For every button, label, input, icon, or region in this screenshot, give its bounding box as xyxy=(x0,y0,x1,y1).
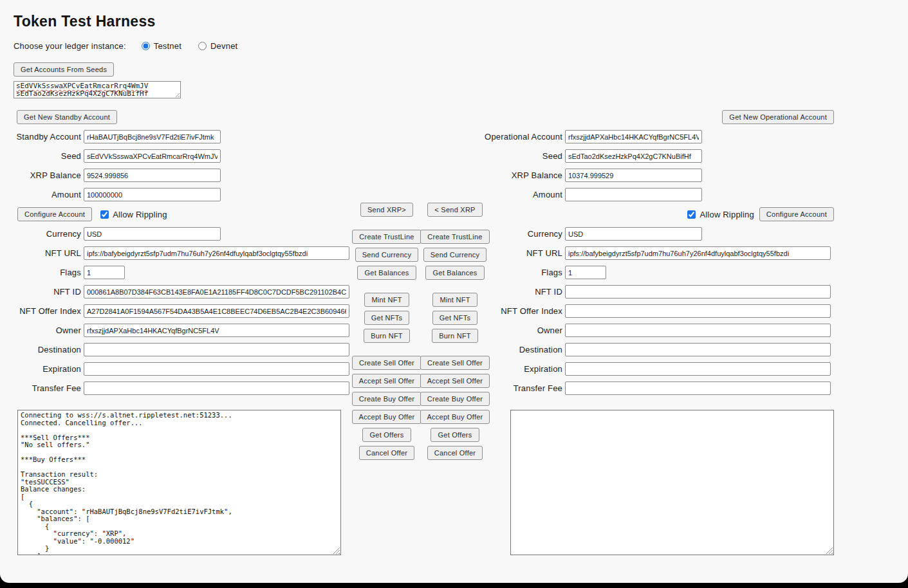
standby-allow-rippling-checkbox[interactable] xyxy=(100,210,109,219)
page-title: Token Test Harness xyxy=(14,13,156,30)
operational-results-area xyxy=(510,410,834,555)
operational-send-xrp-button[interactable]: < Send XRP xyxy=(427,203,482,217)
standby-transfer-fee-label: Transfer Fee xyxy=(14,383,84,393)
standby-transfer-fee-input[interactable] xyxy=(84,381,349,395)
standby-results-area: Connecting to wss://s.altnet.rippletest.… xyxy=(17,410,341,555)
standby-get-balances-button[interactable]: Get Balances xyxy=(357,266,416,280)
operational-transfer-fee-input[interactable] xyxy=(565,381,831,395)
ledger-devnet-option: Devnet xyxy=(198,41,237,51)
ledger-prompt-label: Choose your ledger instance: xyxy=(14,41,126,51)
standby-amount-input[interactable] xyxy=(84,188,221,201)
operational-burn-nft-button[interactable]: Burn NFT xyxy=(432,329,478,343)
standby-account-label: Standby Account xyxy=(14,132,84,142)
operational-expiration-input[interactable] xyxy=(565,362,831,376)
operational-currency-input[interactable] xyxy=(565,227,702,241)
standby-xrp-balance-label: XRP Balance xyxy=(14,170,84,180)
operational-xrp-balance-input[interactable] xyxy=(565,169,702,182)
standby-owner-input[interactable] xyxy=(84,324,349,337)
standby-seed-input[interactable] xyxy=(84,149,221,163)
standby-get-nfts-button[interactable]: Get NFTs xyxy=(364,311,409,325)
ledger-testnet-label[interactable]: Testnet xyxy=(154,41,181,51)
operational-send-currency-button[interactable]: Send Currency xyxy=(423,248,487,262)
standby-nft-url-input[interactable] xyxy=(84,246,349,260)
operational-destination-input[interactable] xyxy=(565,343,831,356)
operational-configure-account-button[interactable]: Configure Account xyxy=(759,207,834,221)
operational-allow-rippling-label[interactable]: Allow Rippling xyxy=(700,210,754,219)
standby-nft-offer-index-label: NFT Offer Index xyxy=(14,306,84,316)
operational-flags-input[interactable] xyxy=(565,266,606,279)
standby-nft-id-input[interactable] xyxy=(84,285,349,299)
standby-flags-label: Flags xyxy=(14,268,84,277)
operational-results-textarea[interactable] xyxy=(510,410,834,555)
operational-cancel-offer-button[interactable]: Cancel Offer xyxy=(427,446,483,460)
operational-create-buy-offer-button[interactable]: Create Buy Offer xyxy=(420,392,490,406)
standby-seed-label: Seed xyxy=(14,151,84,161)
operational-account-input[interactable] xyxy=(565,130,702,143)
standby-nft-id-label: NFT ID xyxy=(14,287,84,297)
seeds-textarea[interactable]: sEdVVkSsswaXPCvEatRmcarRrq4WmJV sEdTao2d… xyxy=(14,81,181,98)
seed-line: sEdTao2dKsezHzkPq4X2gC7KNuBifHf xyxy=(16,90,178,98)
standby-mint-nft-button[interactable]: Mint NFT xyxy=(364,293,409,307)
standby-accept-buy-offer-button[interactable]: Accept Buy Offer xyxy=(352,410,422,424)
operational-owner-input[interactable] xyxy=(565,324,831,337)
standby-results-textarea[interactable]: Connecting to wss://s.altnet.rippletest.… xyxy=(17,410,341,555)
operational-accept-buy-offer-button[interactable]: Accept Buy Offer xyxy=(420,410,490,424)
operational-nft-offer-index-input[interactable] xyxy=(565,304,831,318)
ledger-devnet-label[interactable]: Devnet xyxy=(210,41,237,51)
standby-expiration-input[interactable] xyxy=(84,362,349,376)
standby-account-input[interactable] xyxy=(84,130,221,143)
standby-actions-column: Send XRP> Create TrustLine Send Currency… xyxy=(355,203,419,464)
standby-currency-label: Currency xyxy=(14,229,84,239)
operational-mint-nft-button[interactable]: Mint NFT xyxy=(432,293,477,307)
standby-owner-label: Owner xyxy=(14,326,84,335)
standby-send-currency-button[interactable]: Send Currency xyxy=(355,248,419,262)
get-new-operational-account-button[interactable]: Get New Operational Account xyxy=(722,110,834,124)
standby-currency-input[interactable] xyxy=(84,227,221,241)
operational-seed-input[interactable] xyxy=(565,149,702,163)
standby-send-xrp-button[interactable]: Send XRP> xyxy=(360,203,413,217)
operational-expiration-label: Expiration xyxy=(483,364,565,374)
standby-cancel-offer-button[interactable]: Cancel Offer xyxy=(359,446,415,460)
standby-allow-rippling-label[interactable]: Allow Rippling xyxy=(113,210,167,219)
operational-accept-sell-offer-button[interactable]: Accept Sell Offer xyxy=(420,374,490,388)
standby-amount-label: Amount xyxy=(14,190,84,199)
operational-get-offers-button[interactable]: Get Offers xyxy=(431,428,479,442)
operational-actions-column: < Send XRP Create TrustLine Send Currenc… xyxy=(423,203,487,464)
standby-create-sell-offer-button[interactable]: Create Sell Offer xyxy=(352,356,422,370)
get-accounts-from-seeds-button[interactable]: Get Accounts From Seeds xyxy=(14,62,114,77)
operational-nft-id-input[interactable] xyxy=(565,285,831,299)
get-new-standby-account-button[interactable]: Get New Standby Account xyxy=(17,110,117,124)
operational-allow-rippling-checkbox[interactable] xyxy=(687,210,696,219)
standby-nft-offer-index-input[interactable] xyxy=(84,304,349,318)
operational-seed-label: Seed xyxy=(483,151,565,161)
operational-amount-label: Amount xyxy=(483,190,565,199)
standby-allow-rippling-option: Allow Rippling xyxy=(100,210,167,219)
ledger-devnet-radio[interactable] xyxy=(198,42,207,50)
operational-xrp-balance-label: XRP Balance xyxy=(483,170,565,180)
operational-flags-label: Flags xyxy=(483,268,565,277)
standby-flags-input[interactable] xyxy=(84,266,125,279)
operational-allow-rippling-option: Allow Rippling xyxy=(687,210,754,219)
operational-transfer-fee-label: Transfer Fee xyxy=(483,383,565,393)
ledger-testnet-radio[interactable] xyxy=(142,42,150,50)
operational-nft-url-input[interactable] xyxy=(565,246,831,260)
ledger-testnet-option: Testnet xyxy=(142,41,181,51)
standby-create-trustline-button[interactable]: Create TrustLine xyxy=(352,230,421,244)
standby-destination-input[interactable] xyxy=(84,343,349,356)
operational-nft-url-label: NFT URL xyxy=(483,248,565,258)
operational-get-balances-button[interactable]: Get Balances xyxy=(425,266,484,280)
operational-get-nfts-button[interactable]: Get NFTs xyxy=(432,311,477,325)
operational-create-sell-offer-button[interactable]: Create Sell Offer xyxy=(420,356,490,370)
standby-accept-sell-offer-button[interactable]: Accept Sell Offer xyxy=(352,374,422,388)
operational-account-label: Operational Account xyxy=(483,132,565,142)
standby-create-buy-offer-button[interactable]: Create Buy Offer xyxy=(352,392,422,406)
operational-column: Get New Operational Account Operational … xyxy=(483,110,834,401)
standby-xrp-balance-input[interactable] xyxy=(84,169,221,182)
operational-nft-id-label: NFT ID xyxy=(483,287,565,297)
standby-get-offers-button[interactable]: Get Offers xyxy=(362,428,411,442)
standby-burn-nft-button[interactable]: Burn NFT xyxy=(364,329,410,343)
token-test-harness-page: Token Test Harness Choose your ledger in… xyxy=(0,0,908,583)
standby-configure-account-button[interactable]: Configure Account xyxy=(17,207,92,221)
operational-create-trustline-button[interactable]: Create TrustLine xyxy=(420,230,489,244)
operational-amount-input[interactable] xyxy=(565,188,702,201)
